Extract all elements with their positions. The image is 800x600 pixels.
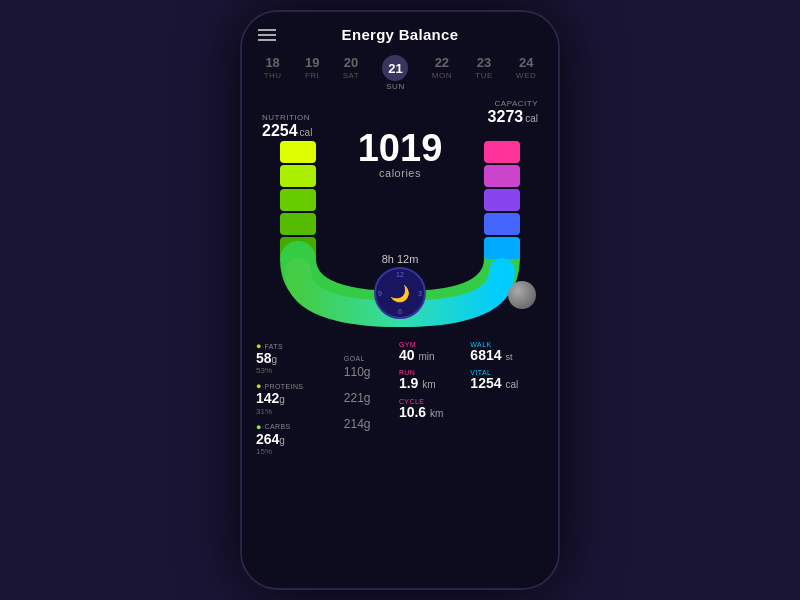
stats-col-macros: ● FATS 58g 53% ● PROTEINS 142g (256, 341, 338, 456)
date-strip: 18 THU 19 FRI 20 SAT 21 SUN 22 MON 23 TU… (242, 51, 558, 99)
svg-rect-1 (280, 165, 316, 187)
date-item-tue[interactable]: 23 TUE (475, 55, 493, 91)
app-header: Energy Balance (242, 12, 558, 51)
date-item-fri[interactable]: 19 FRI (305, 55, 319, 91)
stat-fats: ● FATS 58g 53% (256, 341, 338, 375)
svg-rect-0 (280, 141, 316, 163)
svg-rect-2 (280, 189, 316, 211)
menu-button[interactable] (258, 29, 276, 41)
stat-vital: VITAL 1254 cal (470, 369, 544, 391)
ball-indicator (508, 281, 536, 309)
chart-container: CAPACITY 3273 cal NUTRITION 2254 cal (242, 99, 558, 339)
phone-screen: Energy Balance 18 THU 19 FRI 20 SAT 21 S… (242, 12, 558, 588)
page-title: Energy Balance (342, 26, 459, 43)
date-item-wed[interactable]: 24 WED (516, 55, 536, 91)
svg-rect-6 (484, 165, 520, 187)
phone-frame: Energy Balance 18 THU 19 FRI 20 SAT 21 S… (240, 10, 560, 590)
stats-grid: ● FATS 58g 53% ● PROTEINS 142g (242, 339, 558, 464)
stats-col-walk-vital: WALK 6814 st VITAL 1254 cal (470, 341, 544, 456)
goal-carbs: 214g (344, 414, 393, 432)
clock-numbers: 12 3 6 9 (376, 269, 424, 317)
date-item-mon[interactable]: 22 MON (432, 55, 452, 91)
goal-fats: GOAL 110g (344, 355, 393, 380)
center-calories: 1019 calories (358, 129, 443, 179)
stats-col-activity: GYM 40 min RUN 1.9 km CYCLE 10.6 km (399, 341, 464, 456)
svg-rect-5 (484, 141, 520, 163)
date-item-thu[interactable]: 18 THU (264, 55, 282, 91)
svg-rect-7 (484, 189, 520, 211)
svg-rect-8 (484, 213, 520, 235)
stat-carbs: ● CARBS 264g 15% (256, 422, 338, 456)
sleep-clock: 8h 12m 12 3 6 9 🌙 (374, 253, 426, 319)
date-item-sat[interactable]: 20 SAT (343, 55, 359, 91)
goal-proteins: 221g (344, 388, 393, 406)
stat-gym: GYM 40 min (399, 341, 464, 363)
stat-run: RUN 1.9 km (399, 369, 464, 391)
stats-col-goals: GOAL 110g 221g 214g (344, 341, 393, 456)
svg-rect-3 (280, 213, 316, 235)
clock-circle: 12 3 6 9 🌙 (374, 267, 426, 319)
date-item-sun-active[interactable]: 21 SUN (382, 55, 408, 91)
svg-rect-9 (484, 237, 520, 259)
stat-walk: WALK 6814 st (470, 341, 544, 363)
stat-proteins: ● PROTEINS 142g 31% (256, 381, 338, 415)
stat-cycle: CYCLE 10.6 km (399, 398, 464, 420)
